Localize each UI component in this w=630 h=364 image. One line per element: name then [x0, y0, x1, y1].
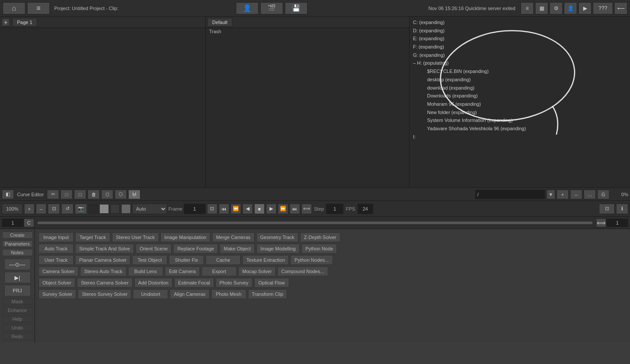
prev-frame-btn[interactable]: ◀ [242, 204, 253, 214]
camera-icon-btn[interactable]: 📷 [75, 204, 87, 214]
align-cameras-btn[interactable]: Align Cameras [170, 289, 209, 299]
add-distortion-btn[interactable]: Add Distortion [134, 278, 172, 288]
object-solver-btn[interactable]: Object Solver [38, 278, 75, 288]
range-end-btn[interactable]: ⟺ [596, 218, 606, 227]
shutter-fix-btn[interactable]: Shutter Fix [169, 255, 204, 265]
color-box-light[interactable] [110, 204, 120, 214]
remove-path-btn[interactable]: – [570, 190, 582, 199]
g-btn[interactable]: G [597, 190, 609, 199]
help-sidebar-btn[interactable]: Help [2, 315, 33, 322]
clip-icon[interactable]: ▶| [4, 272, 31, 283]
play-btn[interactable]: ▶ [266, 204, 276, 214]
texture-extraction-btn[interactable]: Texture Extraction [242, 255, 289, 265]
image-modelling-btn[interactable]: Image Modelling [256, 244, 300, 253]
merge-cameras-btn[interactable]: Merge Cameras [212, 232, 255, 242]
photo-survey-btn[interactable]: Photo Survey [216, 278, 252, 288]
build-lens-btn[interactable]: Build Lens [128, 267, 163, 276]
page-tab[interactable]: Page 1 [12, 18, 37, 27]
python-node-btn[interactable]: Python Node [301, 244, 337, 253]
stereo-auto-track-btn[interactable]: Stereo Auto Track [80, 267, 126, 276]
menu-btn[interactable]: ≡ [521, 2, 534, 14]
survey-solver-btn[interactable]: Survey Solver [38, 289, 76, 299]
home-icon-btn[interactable]: ⌂ [3, 2, 25, 14]
compound-nodes-btn[interactable]: Compound Nodes... [277, 267, 328, 276]
copy-btn[interactable]: □ [60, 190, 73, 199]
fit-btn[interactable]: ◻ [101, 190, 113, 199]
color-box-mid[interactable] [99, 204, 109, 214]
redo-btn[interactable]: Redo [2, 333, 33, 340]
estimate-focal-btn[interactable]: Estimate Focal [174, 278, 214, 288]
back-btn[interactable]: ⟵ [614, 2, 627, 14]
c-btn[interactable]: C [24, 218, 34, 227]
frame-range-slider[interactable] [38, 222, 592, 224]
color-box-dark[interactable] [88, 204, 98, 214]
timeline-right-btn1[interactable]: ⊡ [599, 204, 615, 214]
mask-btn[interactable]: Mask [2, 298, 33, 305]
stereo-user-track-btn[interactable]: Stereo User Track [112, 232, 159, 242]
test-object-btn[interactable]: Test Object [132, 255, 167, 265]
loop-btn[interactable]: ↺ [61, 204, 74, 214]
settings-btn[interactable]: ⚙ [550, 2, 563, 14]
paste-btn[interactable]: □ [74, 190, 86, 199]
cache-btn[interactable]: Cache [206, 255, 241, 265]
parameters-btn[interactable]: Parameters [2, 240, 33, 247]
simple-track-solve-btn[interactable]: Simple Track And Solve [75, 244, 134, 253]
add-page-btn[interactable]: + [2, 18, 10, 26]
frame-input[interactable] [184, 204, 206, 214]
default-tab[interactable]: Default [207, 18, 232, 27]
prev-key-btn[interactable]: ⏪ [231, 204, 241, 214]
frame-start-input[interactable] [2, 218, 24, 227]
step-input[interactable] [326, 204, 343, 214]
undistort-btn[interactable]: Undistort [133, 289, 168, 299]
stereo-camera-solver-btn[interactable]: Stereo Camera Solver [77, 278, 133, 288]
delete-btn[interactable]: 🗑 [88, 190, 100, 199]
next-key-btn[interactable]: ⏭ [290, 204, 300, 214]
geometry-track-btn[interactable]: Geometry Track [256, 232, 298, 242]
create-btn[interactable]: Create [2, 232, 33, 239]
transform-clip-btn[interactable]: Transform Clip [248, 289, 287, 299]
to-start-btn[interactable]: ⏮ [219, 204, 229, 214]
camera-solver-btn[interactable]: Camera Solver [38, 267, 78, 276]
mocap-solver-btn[interactable]: Mocap Solver [238, 267, 276, 276]
stereo-survey-solver-btn[interactable]: Stereo Survey Solver [78, 289, 131, 299]
clip-btn[interactable]: ⊡ [207, 204, 217, 214]
timeline-right-btn2[interactable]: ℹ [616, 204, 628, 214]
export-btn[interactable]: Export [202, 267, 237, 276]
zoom-out-btn[interactable]: – [36, 204, 46, 214]
frame-end-input[interactable] [606, 218, 628, 227]
list-icon-btn[interactable]: ≡ [27, 2, 50, 14]
profile-btn[interactable]: 👤 [564, 2, 577, 14]
next-frame-btn[interactable]: ⏩ [278, 204, 288, 214]
save-btn[interactable]: 💾 [285, 2, 308, 14]
film-btn[interactable]: 🎬 [260, 2, 283, 14]
fit-view-btn[interactable]: ⊡ [48, 204, 60, 214]
loop-playback-btn[interactable]: ⟺ [301, 204, 312, 214]
help-btn[interactable]: ??? [593, 2, 613, 14]
image-input-btn[interactable]: Image Input [38, 232, 74, 242]
grid-btn[interactable]: ▦ [535, 2, 548, 14]
path-dropdown-btn[interactable]: ▼ [546, 190, 555, 199]
stop-btn[interactable]: ■ [254, 204, 265, 214]
hex-btn[interactable]: ⬡ [115, 190, 127, 199]
more-path-btn[interactable]: … [584, 190, 596, 199]
enhance-btn[interactable]: Enhance [2, 307, 33, 314]
undo-btn[interactable]: Undo [2, 324, 33, 331]
fps-input[interactable] [357, 204, 373, 214]
user-btn[interactable]: 👤 [236, 2, 259, 14]
optical-flow-btn[interactable]: Optical Flow [254, 278, 289, 288]
mode-select[interactable]: Auto [132, 204, 167, 214]
python-nodes-btn[interactable]: Python Nodes... [290, 255, 332, 265]
user-track-btn[interactable]: User Track [38, 255, 74, 265]
panel-toggle-btn[interactable]: ◧ [2, 190, 14, 199]
color-box-4[interactable] [121, 204, 131, 214]
zoom-in-btn[interactable]: + [24, 204, 35, 214]
trash-item[interactable]: Trash [206, 28, 409, 35]
orient-scene-btn[interactable]: Orient Scene [136, 244, 172, 253]
notes-btn[interactable]: Notes [2, 249, 33, 256]
target-track-btn[interactable]: Target Track [75, 232, 110, 242]
slider-icon[interactable]: —⊙— [4, 259, 31, 270]
cut-btn[interactable]: ✂ [47, 190, 59, 199]
project-icon[interactable]: PRJ [4, 285, 31, 296]
photo-mesh-btn[interactable]: Photo Mesh [211, 289, 246, 299]
make-object-btn[interactable]: Make Object [220, 244, 255, 253]
